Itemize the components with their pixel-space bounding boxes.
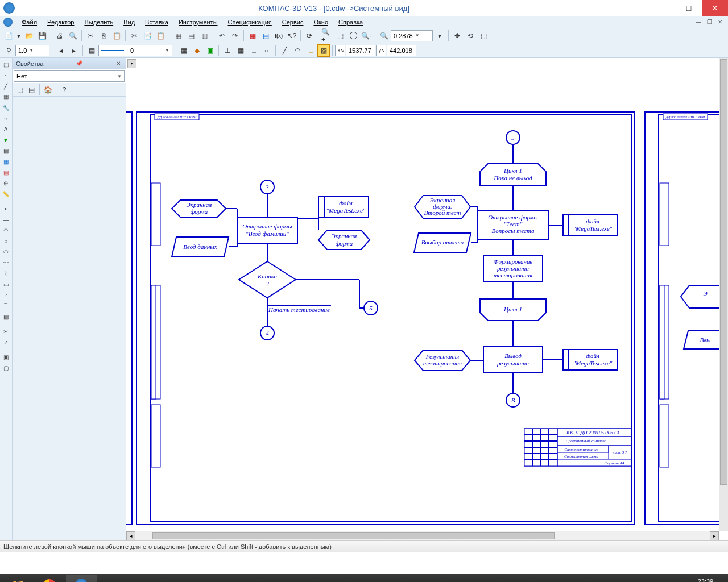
grid-button[interactable]: ▦ bbox=[234, 44, 247, 57]
geom-ellipse[interactable]: ⬭ bbox=[0, 247, 11, 257]
new-doc-button[interactable]: 📄 bbox=[2, 30, 15, 42]
tool-hatch[interactable]: ▨ bbox=[0, 146, 11, 156]
tool-point[interactable]: · bbox=[0, 70, 11, 80]
menu-help[interactable]: Справка bbox=[334, 18, 367, 27]
menu-editor[interactable]: Редактор bbox=[43, 18, 78, 27]
style-combo[interactable]: 0▼ bbox=[98, 45, 172, 56]
step-btn-b[interactable]: ▸ bbox=[68, 44, 80, 57]
geom-arc[interactable]: ◠ bbox=[0, 225, 11, 235]
dim-btn-a[interactable]: ⟂ bbox=[247, 44, 260, 57]
tool-table[interactable]: ▦ bbox=[0, 156, 11, 167]
edit-trim[interactable]: ✂ bbox=[0, 326, 11, 336]
cursor-button[interactable]: ↖? bbox=[286, 30, 298, 42]
menu-service[interactable]: Сервис bbox=[278, 18, 308, 27]
zoom-window-button[interactable]: ⬚ bbox=[334, 30, 346, 42]
mdi-minimize[interactable]: — bbox=[693, 19, 704, 25]
geom-line[interactable]: — bbox=[0, 214, 11, 225]
mdi-restore[interactable]: ❐ bbox=[705, 19, 714, 25]
menu-file[interactable]: Файл bbox=[17, 18, 42, 27]
lib2-button[interactable]: ▤ bbox=[259, 30, 272, 42]
mdi-close[interactable]: ✕ bbox=[715, 19, 725, 25]
tray-clock[interactable]: 23:39 09.03.2014 bbox=[690, 578, 721, 582]
rotate-button[interactable]: ⟲ bbox=[464, 30, 477, 42]
geom-hatch2[interactable]: ▧ bbox=[0, 311, 11, 322]
tool-meas[interactable]: 📏 bbox=[0, 189, 11, 199]
panel-btn-c[interactable]: 🏠 bbox=[43, 85, 53, 95]
view-a[interactable]: ▣ bbox=[0, 352, 11, 362]
minimize-button[interactable]: — bbox=[650, 0, 676, 16]
geom-spline[interactable]: 〰 bbox=[0, 257, 11, 268]
maximize-button[interactable]: □ bbox=[676, 0, 702, 16]
menu-insert[interactable]: Вставка bbox=[140, 18, 173, 27]
menu-spec[interactable]: Спецификация bbox=[224, 18, 276, 27]
tool-grid[interactable]: ▦ bbox=[0, 92, 11, 102]
panel-btn-help[interactable]: ? bbox=[59, 85, 69, 95]
layers2-button[interactable]: ▥ bbox=[198, 30, 210, 42]
arc-btn[interactable]: ◠ bbox=[291, 44, 304, 57]
cut2-button[interactable]: ✄ bbox=[128, 30, 140, 42]
dim-btn-c[interactable]: ⟂ bbox=[304, 44, 317, 57]
ortho-button[interactable]: ⊥ bbox=[221, 44, 234, 57]
menu-view[interactable]: Вид bbox=[119, 18, 139, 27]
new-dropdown[interactable]: ▾ bbox=[15, 30, 22, 42]
panel-pin-icon[interactable]: 📌 bbox=[74, 60, 84, 66]
vertical-scrollbar[interactable] bbox=[719, 58, 728, 531]
scroll-left[interactable]: ◂ bbox=[126, 531, 135, 540]
menu-select[interactable]: Выделить bbox=[80, 18, 118, 27]
redraw-button[interactable]: ⬚ bbox=[477, 30, 490, 42]
geom-rect[interactable]: ▭ bbox=[0, 279, 11, 289]
tool-param[interactable]: ⊕ bbox=[0, 178, 11, 188]
tool-line[interactable]: ╱ bbox=[0, 81, 11, 91]
lib-button[interactable]: ▦ bbox=[246, 30, 259, 42]
undo-button[interactable]: ↶ bbox=[216, 30, 228, 42]
task-chrome[interactable] bbox=[34, 575, 65, 582]
layers-button[interactable]: ▤ bbox=[185, 30, 197, 42]
open-button[interactable]: 📂 bbox=[23, 30, 35, 42]
geom-circle[interactable]: ○ bbox=[0, 236, 11, 246]
edit-ext[interactable]: ↗ bbox=[0, 337, 11, 347]
zoom-out-button[interactable]: 🔍- bbox=[360, 30, 373, 42]
zoom-btn-a[interactable]: ▾ bbox=[433, 30, 446, 42]
drawing-canvas[interactable]: ▸ ДД 900 001081 ШП 1 КИИ ДД 900 001081 Ш… bbox=[126, 58, 728, 540]
snap-b[interactable]: ◆ bbox=[191, 44, 203, 57]
tool-select[interactable]: ⬚ bbox=[0, 59, 11, 69]
pan-button[interactable]: ✥ bbox=[451, 30, 464, 42]
paste-button[interactable]: 📋 bbox=[110, 30, 123, 42]
task-explorer[interactable]: 📁 bbox=[2, 575, 33, 582]
zoom-fit-button[interactable]: ⛶ bbox=[347, 30, 359, 42]
scroll-right[interactable]: ▸ bbox=[710, 531, 719, 540]
snap-a[interactable]: ▦ bbox=[177, 44, 190, 57]
task-kompas[interactable] bbox=[66, 575, 97, 582]
snap-c[interactable]: ▣ bbox=[204, 44, 216, 57]
panel-btn-a[interactable]: ⬚ bbox=[15, 85, 25, 95]
coord-x-field[interactable]: 1537.77 bbox=[346, 45, 375, 56]
geom-chamfer[interactable]: ⟋ bbox=[0, 290, 11, 300]
geom-point[interactable]: • bbox=[0, 203, 11, 214]
tool-text[interactable]: A bbox=[0, 124, 11, 134]
geom-fillet[interactable]: ⌒ bbox=[0, 301, 11, 311]
copy2-button[interactable]: 📑 bbox=[141, 30, 154, 42]
preview-button[interactable]: 🔍 bbox=[67, 30, 79, 42]
tool-surf[interactable]: ▼ bbox=[0, 135, 11, 145]
redo-button[interactable]: ↷ bbox=[229, 30, 241, 42]
print-button[interactable]: 🖨 bbox=[53, 30, 66, 42]
tool-wrench[interactable]: 🔧 bbox=[0, 102, 11, 113]
panel-btn-b[interactable]: ▤ bbox=[26, 85, 36, 95]
menu-window[interactable]: Окно bbox=[309, 18, 333, 27]
save-button[interactable]: 💾 bbox=[36, 30, 48, 42]
close-button[interactable]: ✕ bbox=[702, 0, 728, 16]
view-b[interactable]: ▢ bbox=[0, 363, 11, 373]
panel-close-icon[interactable]: ✕ bbox=[114, 60, 122, 66]
geom-polyline[interactable]: ⌇ bbox=[0, 268, 11, 278]
tool-tabl2[interactable]: ▤ bbox=[0, 167, 11, 177]
dim-btn-b[interactable]: ↔ bbox=[260, 44, 273, 57]
menu-tools[interactable]: Инструменты bbox=[174, 18, 222, 27]
cut-button[interactable]: ✂ bbox=[84, 30, 97, 42]
tool-dim[interactable]: ↔ bbox=[0, 113, 11, 123]
props-button[interactable]: ▦ bbox=[172, 30, 184, 42]
copy-button[interactable]: ⎘ bbox=[97, 30, 110, 42]
paste2-button[interactable]: 📋 bbox=[154, 30, 167, 42]
step-btn-a[interactable]: ◂ bbox=[55, 44, 67, 57]
refresh-button[interactable]: ⟳ bbox=[303, 30, 316, 42]
line-btn[interactable]: ╱ bbox=[278, 44, 291, 57]
